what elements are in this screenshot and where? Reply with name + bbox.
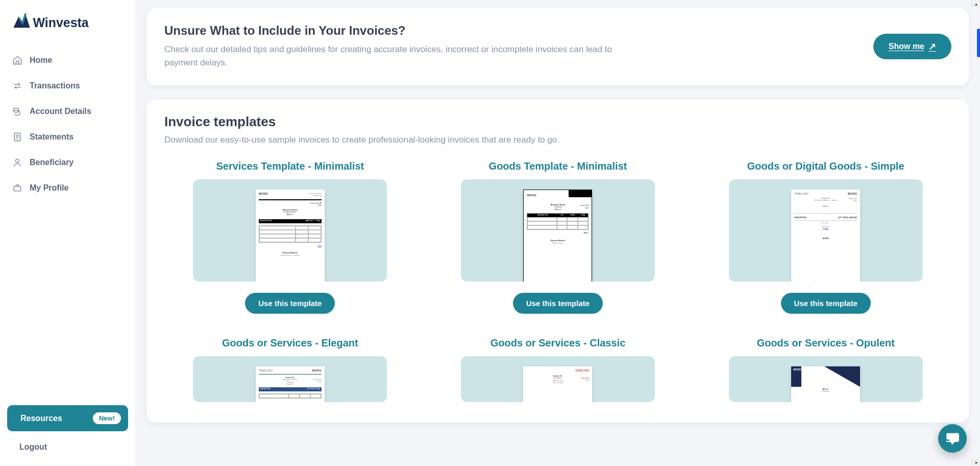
sidebar-item-home[interactable]: Home: [7, 49, 128, 72]
swap-icon: [12, 81, 22, 91]
sidebar-item-transactions[interactable]: Transactions: [7, 75, 128, 97]
template-title: Goods or Services - Elegant: [193, 337, 387, 349]
document-icon: [12, 132, 22, 142]
banner-subtitle: Check out our detailed tips and guidelin…: [164, 43, 644, 70]
banner-title: Unsure What to Include in Your Invoices?: [164, 24, 644, 38]
template-title: Goods or Services - Classic: [461, 337, 655, 349]
template-title: Goods or Digital Goods - Simple: [729, 160, 923, 172]
sidebar-nav: Home Transactions Account Details Statem…: [7, 49, 128, 405]
sidebar-item-account-details[interactable]: Account Details: [7, 100, 128, 123]
template-preview[interactable]: YOUR LOGO Invoice To: Recipient Address …: [461, 356, 655, 402]
templates-grid: Services Template - Minimalist INVOICEYo…: [164, 160, 951, 402]
use-template-button[interactable]: Use this template: [513, 293, 603, 314]
template-card: Services Template - Minimalist INVOICEYo…: [193, 160, 387, 314]
logo[interactable]: Winvesta: [7, 8, 128, 47]
template-title: Goods Template - Minimalist: [461, 160, 655, 172]
new-badge: New!: [93, 412, 121, 424]
show-me-label: Show me: [889, 42, 924, 51]
template-card: Goods Template - Minimalist INVOICE[Comp…: [461, 160, 655, 314]
show-me-button[interactable]: Show me ↗: [873, 34, 951, 59]
sidebar-logout[interactable]: Logout: [7, 438, 128, 456]
template-card: Goods or Services - Elegant YOUR LOGOINV…: [193, 337, 387, 402]
sidebar-item-label: Beneficiary: [30, 158, 74, 167]
invoice-thumbnail: YOUR LOGOINVOICE Invoice To: Recipient c…: [791, 190, 860, 282]
template-preview[interactable]: INVOICE Invoice NumberInvoice Date Bill …: [729, 356, 923, 402]
coins-icon: [12, 106, 22, 116]
sidebar-item-label: Transactions: [30, 81, 80, 90]
template-preview[interactable]: INVOICEYour Logo Here[company] Invoice N…: [193, 179, 387, 282]
svg-text:Winvesta: Winvesta: [33, 15, 89, 30]
logout-label: Logout: [19, 442, 47, 452]
template-title: Services Template - Minimalist: [193, 160, 387, 172]
winvesta-logo-icon: Winvesta: [11, 11, 109, 34]
tips-banner: Unsure What to Include in Your Invoices?…: [147, 8, 969, 85]
sidebar-item-label: Home: [30, 56, 52, 65]
sidebar-item-beneficiary[interactable]: Beneficiary: [7, 151, 128, 174]
scroll-up-arrow-icon[interactable]: ▴: [972, 0, 980, 7]
template-title: Goods or Services - Opulent: [729, 337, 923, 349]
scroll-down-arrow-icon[interactable]: ▾: [972, 459, 980, 466]
user-icon: [12, 157, 22, 168]
chat-icon: [945, 431, 960, 446]
template-card: Goods or Services - Opulent INVOICE Invo…: [729, 337, 923, 402]
templates-title: Invoice templates: [164, 114, 951, 130]
chat-widget-button[interactable]: [938, 424, 967, 453]
arrow-up-right-icon: ↗: [928, 41, 936, 52]
template-preview[interactable]: INVOICE[Company] [Recipient Name]Company…: [461, 179, 655, 282]
svg-point-1: [14, 108, 19, 110]
resources-label: Resources: [20, 414, 62, 423]
template-card: Goods or Services - Classic YOUR LOGO In…: [461, 337, 655, 402]
template-preview[interactable]: YOUR LOGOINVOICE Invoice To: Recipient c…: [729, 179, 923, 282]
invoice-thumbnail: YOUR LOGO Invoice To: Recipient Address …: [523, 366, 592, 402]
svg-rect-4: [14, 187, 20, 191]
briefcase-icon: [12, 183, 22, 193]
invoice-thumbnail: YOUR LOGOINVOICE Invoice To:[Recipient N…: [256, 366, 325, 402]
template-card: Goods or Digital Goods - Simple YOUR LOG…: [729, 160, 923, 314]
scroll-indicator: [977, 29, 980, 57]
template-preview[interactable]: YOUR LOGOINVOICE Invoice To:[Recipient N…: [193, 356, 387, 402]
main-content: Unsure What to Include in Your Invoices?…: [136, 0, 980, 466]
sidebar-item-statements[interactable]: Statements: [7, 126, 128, 148]
sidebar-resources-button[interactable]: Resources New!: [7, 405, 128, 431]
templates-section: Invoice templates Download our easy-to-u…: [147, 100, 969, 423]
sidebar: Winvesta Home Transactions: [0, 0, 136, 466]
invoice-thumbnail: INVOICE Invoice NumberInvoice Date Bill …: [791, 366, 860, 402]
sidebar-item-label: Account Details: [30, 107, 91, 116]
invoice-thumbnail: INVOICEYour Logo Here[company] Invoice N…: [256, 190, 325, 282]
sidebar-item-label: My Profile: [30, 183, 68, 193]
sidebar-item-my-profile[interactable]: My Profile: [7, 177, 128, 199]
use-template-button[interactable]: Use this template: [781, 293, 871, 314]
home-icon: [12, 55, 22, 65]
invoice-thumbnail: INVOICE[Company] [Recipient Name]Company…: [523, 190, 592, 282]
templates-subtitle: Download our easy-to-use sample invoices…: [164, 135, 951, 145]
use-template-button[interactable]: Use this template: [245, 293, 335, 314]
sidebar-item-label: Statements: [30, 132, 74, 142]
svg-point-3: [16, 159, 19, 162]
